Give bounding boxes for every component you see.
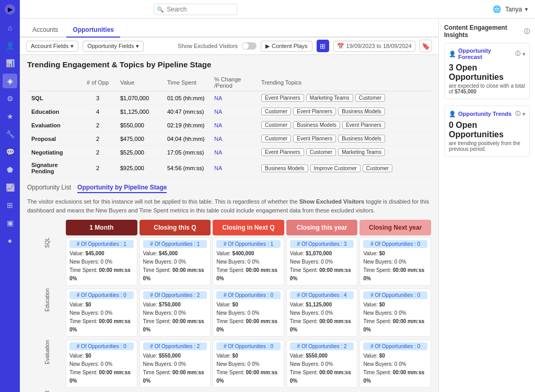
opp-count-btn[interactable]: # Of Opportunities : 1 — [216, 240, 281, 248]
sidebar-icon-tools[interactable]: 🔧 — [3, 127, 17, 141]
time-cell: 17:05 (mm:ss) — [163, 146, 210, 159]
topbar-right: 🌐 Tanya ▼ — [493, 5, 529, 13]
opp-count-btn[interactable]: # Of Opportunities : 4 — [290, 291, 354, 299]
sidebar-icon-settings[interactable]: ⚙ — [3, 91, 17, 106]
cell-buyers: New Buyers: 0 0% — [69, 360, 134, 369]
value-cell: $925,000 — [116, 159, 163, 177]
sidebar-toggle[interactable]: ▶ — [5, 4, 15, 15]
cell-time: Time Spent: 00:00 mm:ss 0% — [143, 369, 207, 385]
date-range-badge[interactable]: 📅 19/09/2023 to 18/09/2024 — [333, 41, 415, 52]
sidebar-icon-opportunities[interactable]: ◈ — [3, 74, 17, 88]
cell-buyers: New Buyers: 0 0% — [143, 258, 207, 266]
sidebar-icon-box[interactable]: ▣ — [3, 216, 17, 230]
opp-count-btn[interactable]: # Of Opportunities : 2 — [143, 342, 207, 350]
chevron-down-icon-forecast[interactable]: ▾ — [522, 51, 525, 57]
topic-tag: Customer — [306, 148, 336, 156]
sub-tab-pipeline[interactable]: Opportunity by Pipeline Stage — [77, 184, 167, 193]
trending-table: # of Opp Value Time Spent % Change /Peri… — [27, 74, 431, 177]
info-icon[interactable]: ⓘ — [524, 28, 530, 35]
sidebar-icon-charts[interactable]: 📊 — [3, 56, 17, 70]
opp-count-btn[interactable]: # Of Opportunities : 0 — [69, 342, 134, 350]
sub-tab-list[interactable]: Opportunity List — [27, 184, 71, 193]
pct-cell: NA — [210, 118, 257, 132]
sidebar-icon-circle[interactable]: ● — [3, 233, 17, 248]
pipeline-header: 1 MonthClosing this QClosing in Next QCl… — [27, 220, 431, 235]
sidebar-icon-analytics[interactable]: 📈 — [3, 180, 17, 195]
forecast-count: 3 Open Opportunities — [449, 63, 525, 82]
account-fields-filter[interactable]: Account Fields ▾ — [26, 41, 78, 52]
value-cell: $475,000 — [116, 132, 163, 146]
cell-value: Value: $0 — [69, 352, 134, 360]
opp-count-btn[interactable]: # Of Opportunities : 1 — [69, 240, 134, 248]
pct-cell: NA — [210, 105, 257, 118]
topic-tag: Customer — [355, 94, 385, 102]
tab-opportunities[interactable]: Opportunities — [66, 23, 120, 38]
topbar: 🔍 🌐 Tanya ▼ — [20, 0, 535, 19]
topic-tag: Improve Customer — [310, 164, 360, 172]
pipeline-header-4: Closing Next year — [359, 220, 431, 235]
opp-count-btn[interactable]: # Of Opportunities : 3 — [290, 240, 354, 248]
stage-cell: Negotiating — [27, 146, 79, 159]
show-excluded-toggle[interactable] — [242, 42, 257, 50]
opp-cell: 2 — [79, 146, 116, 159]
content-plays-btn[interactable]: ▶ Content Plays — [261, 41, 312, 52]
search-input[interactable] — [154, 4, 237, 15]
opp-count-btn[interactable]: # Of Opportunities : 1 — [143, 240, 207, 248]
opp-count-btn[interactable]: # Of Opportunities : 0 — [216, 342, 281, 350]
tab-accounts[interactable]: Accounts — [26, 23, 64, 38]
table-row: Signature Pending 2 $925,000 54:56 (mm:s… — [27, 159, 431, 177]
opp-count-btn[interactable]: # Of Opportunities : 0 — [363, 291, 427, 299]
cell-value: Value: $0 — [216, 301, 281, 309]
cell-value: Value: $45,000 — [143, 250, 207, 258]
opp-count-btn[interactable]: # Of Opportunities : 0 — [69, 291, 134, 299]
cell-value: Value: $0 — [216, 352, 281, 360]
topic-tag: Marketing Teams — [338, 148, 385, 156]
sidebar-icon-home[interactable]: ⌂ — [3, 20, 17, 35]
time-cell: 04:04 (hh:mm) — [163, 132, 210, 146]
pipeline-cell: # Of Opportunities : 0 Value: $0 New Buy… — [66, 340, 137, 388]
right-panel: Content Engagement Insights ⓘ 👤 Opportun… — [438, 19, 535, 392]
cell-time: Time Spent: 00:00 mm:ss 0% — [363, 317, 427, 334]
opp-cell: 2 — [79, 159, 116, 177]
sidebar-icon-users[interactable]: 👤 — [3, 38, 17, 53]
topbar-user[interactable]: Tanya ▼ — [505, 6, 529, 13]
pipeline-cell: # Of Opportunities : 0 Value: $0 New Buy… — [66, 289, 137, 337]
bookmark-btn[interactable]: 🔖 — [420, 40, 432, 52]
chevron-down-icon: ▼ — [524, 7, 529, 12]
sidebar-icon-star[interactable]: ★ — [3, 109, 17, 124]
sidebar-icon-shape[interactable]: ⬟ — [3, 162, 17, 177]
opp-cell: 2 — [79, 118, 116, 132]
info-icon-forecast[interactable]: ⓘ — [515, 50, 520, 57]
cell-buyers: New Buyers: 0 0% — [290, 309, 354, 317]
cell-value: Value: $45,000 — [69, 250, 134, 258]
table-row: Evaluation 2 $550,000 02:19 (hh:mm) NA C… — [27, 118, 431, 132]
cell-buyers: New Buyers: 0 0% — [363, 258, 427, 266]
cell-time: Time Spent: 00:00 mm:ss 0% — [363, 266, 427, 283]
sidebar-icon-grid[interactable]: ⊞ — [3, 198, 17, 212]
forecast-section: 👤 Opportunity Forecast ⓘ ▾ 3 Open Opport… — [444, 43, 530, 99]
opp-count-btn[interactable]: # Of Opportunities : 0 — [363, 342, 427, 350]
opportunity-fields-filter[interactable]: Opportunity Fields ▾ — [83, 41, 144, 52]
cell-buyers: New Buyers: 0 0% — [143, 360, 207, 369]
cell-value: Value: $550,000 — [143, 352, 207, 360]
stage-cell: SQL — [27, 91, 79, 105]
opp-count-btn[interactable]: # Of Opportunities : 0 — [216, 291, 281, 299]
sidebar-icon-chat[interactable]: 💬 — [3, 145, 17, 159]
pipeline-cell: # Of Opportunities : 0 Value: $0 New Buy… — [359, 340, 431, 388]
cell-buyers: New Buyers: 0 0% — [69, 309, 134, 317]
opp-count-btn[interactable]: # Of Opportunities : 0 — [363, 240, 427, 248]
table-view-btn[interactable]: ⊞ — [317, 40, 329, 52]
pipeline-row-label: Education — [27, 289, 64, 330]
trends-title: 👤 Opportunity Trends ⓘ ▾ — [449, 110, 525, 117]
opp-count-btn[interactable]: # Of Opportunities : 2 — [290, 342, 354, 350]
info-icon-trends[interactable]: ⓘ — [515, 110, 520, 117]
cell-value: Value: $750,000 — [143, 301, 207, 309]
table-row: Education 4 $1,125,000 40:47 (mm:ss) NA … — [27, 105, 431, 118]
pipeline-row: Evaluation # Of Opportunities : 0 Value:… — [27, 340, 431, 388]
opp-count-btn[interactable]: # Of Opportunities : 2 — [143, 291, 207, 299]
chevron-down-icon-trends[interactable]: ▾ — [522, 111, 525, 117]
trends-description: are trending positively from the previou… — [449, 140, 525, 152]
time-cell: 01:05 (hh:mm) — [163, 91, 210, 105]
cell-buyers: New Buyers: 0 0% — [363, 360, 427, 369]
topic-tag: Customer — [261, 108, 291, 115]
